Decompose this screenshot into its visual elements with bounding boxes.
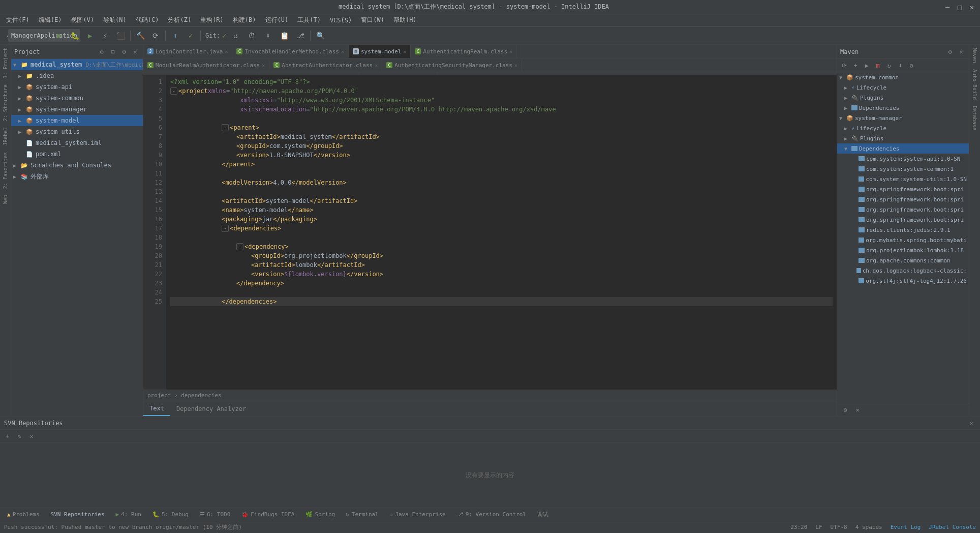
maven-dep-mybatis[interactable]: ▶ org.mybatis.spring.boot:mybati bbox=[837, 235, 969, 245]
java-enterprise-tab[interactable]: ☕ Java Enterprise bbox=[385, 509, 451, 520]
maven-plugins-1[interactable]: ▶ 🔌 Plugins bbox=[837, 93, 969, 103]
maven-dep-system-utils[interactable]: ▶ com.system:system-utils:1.0-SN bbox=[837, 174, 969, 184]
tab-system-model[interactable]: m system-model ✕ bbox=[349, 45, 411, 58]
favorites-strip-label[interactable]: 2: Favorites bbox=[2, 149, 9, 192]
event-log-link[interactable]: Event Log bbox=[891, 524, 921, 530]
maven-settings-icon[interactable]: ⚙ bbox=[945, 47, 955, 56]
maven-dep-lombok[interactable]: ▶ org.projectlombok:lombok:1.18 bbox=[837, 245, 969, 255]
menu-item-分析[interactable]: 分析(Z) bbox=[164, 15, 195, 25]
svn-edit-btn[interactable]: ✎ bbox=[14, 431, 24, 441]
maven-dep-commons[interactable]: ▶ org.apache.commons:common bbox=[837, 255, 969, 265]
tab-abstract-authenticator[interactable]: C AbstractAuthenticator.class ✕ bbox=[269, 58, 382, 72]
svn-delete-btn[interactable]: ✕ bbox=[26, 431, 37, 441]
tab-close-btn[interactable]: ✕ bbox=[375, 63, 378, 68]
tab-modular-realm[interactable]: C ModularRealmAuthenticator.class ✕ bbox=[143, 58, 269, 72]
maven-dep-redis[interactable]: ▶ redis.clients:jedis:2.9.1 bbox=[837, 225, 969, 235]
run-config-dropdown[interactable]: ManagerApplication bbox=[37, 28, 51, 43]
fold-icon[interactable]: - bbox=[222, 225, 229, 232]
menu-item-运行[interactable]: 运行(U) bbox=[261, 15, 293, 25]
svn-close-btn[interactable]: ✕ bbox=[967, 419, 976, 428]
menu-item-编辑[interactable]: 编辑(E) bbox=[35, 15, 66, 25]
maven-dependencies-1[interactable]: ▶ Dependencies bbox=[837, 103, 969, 113]
tab-close-btn[interactable]: ✕ bbox=[341, 49, 344, 54]
maven-dep-slf4j[interactable]: ▶ org.slf4j:slf4j-log4j12:1.7.26 bbox=[837, 276, 969, 286]
menu-item-窗口[interactable]: 窗口(W) bbox=[357, 15, 388, 25]
maven-system-common[interactable]: ▼ 📦 system-common bbox=[837, 72, 969, 82]
findbugs-tab[interactable]: 🐞 FindBugs-IDEA bbox=[236, 509, 299, 520]
stop-button[interactable]: ⬛ bbox=[113, 28, 128, 43]
update-button[interactable]: ⬆ bbox=[168, 28, 182, 43]
tab-close-btn[interactable]: ✕ bbox=[403, 49, 406, 54]
project-root-item[interactable]: ▼ 📁 medical_system D:\桌面\工作\medical_syst… bbox=[11, 59, 143, 70]
git-rollback-button[interactable]: ↺ bbox=[228, 28, 242, 43]
close-button[interactable]: ✕ bbox=[968, 3, 976, 11]
version-control-tab[interactable]: ⎇ 9: Version Control bbox=[452, 509, 531, 520]
tab-close-btn[interactable]: ✕ bbox=[225, 49, 228, 54]
maven-settings-btn2[interactable]: ⚙ bbox=[906, 61, 916, 71]
tree-idea-folder[interactable]: ▶ 📁 .idea bbox=[11, 70, 143, 81]
tree-external-libs[interactable]: ▶ 📚 外部库 bbox=[11, 171, 143, 182]
database-strip-label[interactable]: Database bbox=[971, 103, 978, 133]
project-close-icon[interactable]: ✕ bbox=[131, 47, 140, 56]
tab-auth-security-manager[interactable]: C AuthenticatingSecurityManager.class ✕ bbox=[382, 58, 522, 72]
maven-dep-spring-3[interactable]: ▶ org.springframework.boot:spri bbox=[837, 204, 969, 215]
tree-system-common[interactable]: ▶ 📦 system-common bbox=[11, 93, 143, 104]
commit-button[interactable]: ✓ bbox=[183, 28, 198, 43]
maven-dependencies-2[interactable]: ▼ Dependencies bbox=[837, 143, 969, 154]
maven-m-btn[interactable]: m bbox=[873, 61, 883, 71]
git-history-button[interactable]: 📋 bbox=[277, 28, 291, 43]
build-button[interactable]: 🔨 bbox=[133, 28, 147, 43]
maven-dep-spring-4[interactable]: ▶ org.springframework.boot:spri bbox=[837, 215, 969, 225]
maven-dep-system-api[interactable]: ▶ com.system:system-api:1.0-SN bbox=[837, 154, 969, 164]
debug-cn-tab[interactable]: 调试 bbox=[532, 509, 554, 520]
maven-system-manager[interactable]: ▼ 📦 system-manager bbox=[837, 113, 969, 123]
maven-lifecycle-1[interactable]: ▶ ⚡ Lifecycle bbox=[837, 82, 969, 93]
jrebel-console-link[interactable]: JRebel Console bbox=[929, 524, 976, 530]
git-pull-button[interactable]: ⬇ bbox=[261, 28, 275, 43]
maximize-button[interactable]: □ bbox=[956, 3, 964, 11]
jrebel-strip-label[interactable]: JRebel bbox=[2, 124, 9, 149]
maven-add-btn[interactable]: + bbox=[850, 61, 861, 71]
maven-run-btn[interactable]: ▶ bbox=[862, 61, 872, 71]
text-tab[interactable]: Text bbox=[143, 401, 170, 416]
maven-plugins-2[interactable]: ▶ 🔌 Plugins bbox=[837, 133, 969, 143]
debug-button[interactable]: 🐛 bbox=[68, 28, 82, 43]
tree-scratches[interactable]: ▶ 📂 Scratches and Consoles bbox=[11, 160, 143, 171]
tree-medical-iml[interactable]: ▶ 📄 medical_system.iml bbox=[11, 137, 143, 149]
git-branch-button[interactable]: ⎇ bbox=[293, 28, 308, 43]
sync-button[interactable]: ⟳ bbox=[148, 28, 163, 43]
run-button[interactable]: ▶ bbox=[52, 28, 67, 43]
tab-close-btn[interactable]: ✕ bbox=[509, 49, 512, 54]
code-content[interactable]: <?xml version="1.0" encoding="UTF-8"?> -… bbox=[166, 75, 837, 390]
maven-close-icon[interactable]: ✕ bbox=[957, 47, 966, 56]
autobuild-strip-label[interactable]: Auto-Build bbox=[971, 66, 978, 103]
run-tab[interactable]: ▶ 4: Run bbox=[111, 509, 146, 520]
menu-item-帮助[interactable]: 帮助(H) bbox=[389, 15, 421, 25]
maven-refresh-btn[interactable]: ⟳ bbox=[839, 61, 849, 71]
dependency-analyzer-tab[interactable]: Dependency Analyzer bbox=[170, 401, 252, 416]
tab-login-controller[interactable]: J LoginController.java ✕ bbox=[143, 45, 232, 58]
tab-invocable-handler[interactable]: C InvocableHandlerMethod.class ✕ bbox=[232, 45, 348, 58]
terminal-tab[interactable]: ▷ Terminal bbox=[341, 509, 384, 520]
todo-tab[interactable]: ☰ 6: TODO bbox=[195, 509, 235, 520]
tab-close-btn[interactable]: ✕ bbox=[262, 63, 265, 68]
debug-tab[interactable]: 🐛 5: Debug bbox=[147, 509, 194, 520]
project-settings-icon2[interactable]: ⚙ bbox=[119, 47, 129, 56]
search-everywhere-button[interactable]: 🔍 bbox=[313, 28, 327, 43]
project-settings-icon[interactable]: ⚙ bbox=[97, 47, 106, 56]
maven-lifecycle-btn[interactable]: ↻ bbox=[884, 61, 894, 71]
svn-repositories-tab[interactable]: SVN Repositories bbox=[46, 509, 110, 520]
tree-system-utils[interactable]: ▶ 📦 system-utils bbox=[11, 126, 143, 137]
git-push-button[interactable]: ⏱ bbox=[244, 28, 259, 43]
maven-dep-spring-1[interactable]: ▶ org.springframework.boot:spri bbox=[837, 184, 969, 194]
tab-authenticating-realm[interactable]: C AuthenticatingRealm.class ✕ bbox=[411, 45, 517, 58]
menu-item-VCS[interactable]: VCS(S) bbox=[326, 16, 356, 25]
maven-dep-system-common[interactable]: ▶ com.system:system-common:1 bbox=[837, 164, 969, 174]
tree-system-model[interactable]: ▶ 📦 system-model bbox=[11, 115, 143, 126]
project-strip-label[interactable]: 1: Project bbox=[2, 45, 9, 81]
svn-add-btn[interactable]: + bbox=[2, 431, 12, 441]
menu-item-工具[interactable]: 工具(T) bbox=[293, 15, 325, 25]
maven-strip-label[interactable]: Maven bbox=[971, 45, 978, 66]
structure-strip-label[interactable]: 2: Structure bbox=[2, 81, 9, 124]
spring-tab[interactable]: 🌿 Spring bbox=[300, 509, 340, 520]
